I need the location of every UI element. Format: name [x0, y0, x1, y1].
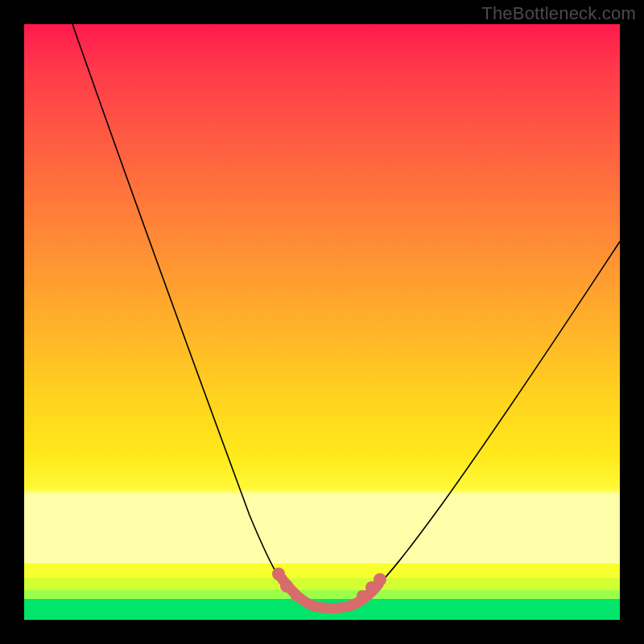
chart-frame: TheBottleneck.com: [0, 0, 644, 644]
dot-icon: [357, 590, 368, 601]
dot-icon: [280, 580, 293, 592]
dot-icon: [374, 573, 386, 586]
dot-icon: [291, 590, 302, 601]
watermark-text: TheBottleneck.com: [481, 3, 636, 24]
dot-icon: [272, 568, 285, 580]
chart-svg: [24, 24, 620, 620]
plot-area: [24, 24, 620, 620]
bottleneck-curve: [72, 24, 620, 609]
